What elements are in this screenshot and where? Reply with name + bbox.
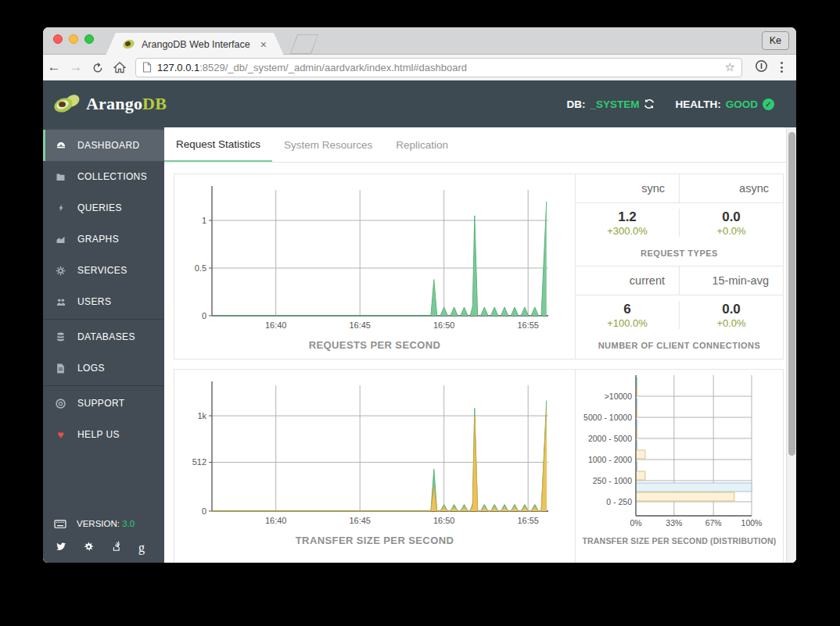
- arangodb-logo[interactable]: ArangoDB: [54, 93, 167, 115]
- area-chart-icon: [54, 235, 67, 244]
- db-selector[interactable]: DB: _SYSTEM: [566, 98, 655, 110]
- sidebar-item-label: DATABASES: [77, 331, 135, 342]
- gear-icon: [54, 266, 67, 276]
- svg-text:0: 0: [202, 506, 206, 516]
- client-connections-box: current 15-min-avg 6 +100.0% 0.0: [576, 266, 783, 359]
- sidebar-item-collections[interactable]: COLLECTIONS: [43, 161, 164, 192]
- sidebar-item-help-us[interactable]: ♥ HELP US: [43, 419, 164, 450]
- reload-button[interactable]: [87, 59, 109, 75]
- db-value[interactable]: _SYSTEM: [590, 98, 639, 110]
- tab-request-statistics[interactable]: Request Statistics: [164, 127, 272, 162]
- health-status: HEALTH: GOOD ✓: [675, 98, 774, 110]
- refresh-icon[interactable]: [644, 98, 655, 109]
- heart-icon: ♥: [54, 428, 67, 441]
- browser-tab[interactable]: ArangoDB Web Interface ×: [106, 33, 284, 55]
- google-icon[interactable]: g: [138, 541, 145, 555]
- back-button[interactable]: ←: [43, 59, 65, 75]
- url-text[interactable]: 127.0.0.1:8529/_db/_system/_admin/aardva…: [157, 62, 720, 73]
- browser-toolbar: ← → 127.0.0.1:8529/_db/_system/_admin/aa…: [43, 55, 796, 80]
- db-label: DB:: [566, 98, 585, 110]
- tab-title: ArangoDB Web Interface: [142, 39, 256, 50]
- bookmark-star-icon[interactable]: ☆: [725, 60, 735, 74]
- url-bar[interactable]: 127.0.0.1:8529/_db/_system/_admin/aardva…: [135, 58, 742, 77]
- sidebar-item-label: QUERIES: [77, 202, 122, 213]
- sidebar: DASHBOARD COLLECTIONS QUERIES GRAPHS: [43, 127, 164, 563]
- svg-text:100%: 100%: [741, 518, 763, 528]
- profile-badge[interactable]: Ke: [762, 31, 789, 50]
- stat-col-async: async: [679, 174, 783, 202]
- version-row: VERSION: 3.0: [54, 519, 164, 528]
- life-ring-icon: [54, 399, 67, 409]
- sidebar-item-label: SUPPORT: [77, 398, 125, 409]
- svg-text:16:50: 16:50: [433, 516, 455, 525]
- browser-titlebar: ArangoDB Web Interface × Ke: [43, 27, 796, 55]
- sidebar-item-label: USERS: [77, 296, 111, 307]
- sidebar-item-label: HELP US: [77, 429, 120, 440]
- sidebar-item-databases[interactable]: DATABASES: [43, 319, 164, 352]
- stack-overflow-icon[interactable]: [111, 541, 121, 555]
- sync-value: 1.2: [576, 209, 679, 225]
- current-connections-percent: +100.0%: [576, 317, 679, 329]
- file-icon: [54, 363, 67, 374]
- tab-replication[interactable]: Replication: [384, 127, 460, 162]
- stat-col-15min: 15-min-avg: [679, 266, 783, 295]
- stat-col-sync: sync: [576, 174, 679, 202]
- svg-text:16:55: 16:55: [517, 320, 539, 330]
- avocado-logo-icon: [54, 93, 81, 115]
- sidebar-item-services[interactable]: SERVICES: [43, 255, 164, 286]
- sidebar-item-queries[interactable]: QUERIES: [43, 192, 164, 224]
- avg-connections-percent: +0.0%: [680, 317, 783, 329]
- svg-text:512: 512: [192, 457, 206, 467]
- twitter-icon[interactable]: [56, 541, 66, 555]
- tab-close-icon[interactable]: ×: [260, 38, 267, 51]
- url-host: 127.0.0.1: [157, 62, 199, 73]
- svg-text:0 - 250: 0 - 250: [606, 497, 632, 506]
- users-icon: [54, 298, 67, 306]
- sidebar-item-dashboard[interactable]: DASHBOARD: [43, 130, 164, 161]
- svg-text:0%: 0%: [630, 518, 641, 528]
- svg-text:16:55: 16:55: [517, 516, 539, 525]
- browser-menu-button[interactable]: [773, 62, 790, 73]
- transfer-chart-zone: 16:4016:4516:5016:5505121k TRANSFER SIZE…: [174, 370, 575, 563]
- community-gear-icon[interactable]: [84, 541, 94, 555]
- close-window-button[interactable]: [53, 34, 63, 44]
- home-button[interactable]: [109, 59, 131, 75]
- requests-chart-title: REQUESTS PER SECOND: [174, 339, 575, 351]
- fullscreen-window-button[interactable]: [84, 34, 94, 44]
- async-value: 0.0: [680, 209, 783, 225]
- health-label: HEALTH:: [675, 98, 720, 110]
- svg-text:0.5: 0.5: [195, 263, 206, 273]
- transfer-panel: 16:4016:4516:5016:5505121k TRANSFER SIZE…: [174, 369, 784, 563]
- home-icon: [113, 62, 126, 73]
- minimize-window-button[interactable]: [69, 34, 78, 44]
- svg-text:16:45: 16:45: [349, 320, 371, 330]
- new-tab-button[interactable]: [290, 34, 318, 54]
- statistics-tab-bar: Request Statistics System Resources Repl…: [164, 127, 786, 163]
- version-label: VERSION:: [77, 519, 120, 528]
- forward-button[interactable]: →: [65, 59, 87, 75]
- svg-text:5000 - 10000: 5000 - 10000: [583, 413, 632, 422]
- svg-text:>10000: >10000: [605, 392, 632, 401]
- svg-text:250 - 1000: 250 - 1000: [593, 476, 632, 485]
- request-types-box: sync async 1.2 +300.0% 0.0 +0.0: [576, 174, 783, 266]
- sidebar-item-label: SERVICES: [77, 265, 127, 276]
- extension-icon[interactable]: [755, 59, 768, 76]
- async-percent: +0.0%: [680, 225, 783, 237]
- svg-text:2000 - 5000: 2000 - 5000: [588, 434, 632, 443]
- requests-chart-zone: 16:4016:4516:5016:5500.51 REQUESTS PER S…: [174, 174, 575, 359]
- version-value: 3.0: [122, 519, 135, 528]
- transfer-chart-title: TRANSFER SIZE PER SECOND: [174, 535, 575, 546]
- browser-window: ArangoDB Web Interface × Ke ← → 127.0.0.…: [43, 27, 796, 563]
- sidebar-item-logs[interactable]: LOGS: [43, 352, 164, 384]
- sidebar-item-users[interactable]: USERS: [43, 286, 164, 317]
- bolt-icon: [54, 203, 67, 213]
- scrollbar-thumb[interactable]: [788, 132, 795, 456]
- page-scrollbar[interactable]: [786, 127, 796, 563]
- sidebar-item-graphs[interactable]: GRAPHS: [43, 224, 164, 255]
- sidebar-item-support[interactable]: SUPPORT: [43, 385, 164, 419]
- check-circle-icon: ✓: [763, 98, 774, 110]
- distribution-caption: TRANSFER SIZE PER SECOND (DISTRIBUTION): [576, 536, 783, 546]
- current-connections-value: 6: [576, 301, 679, 317]
- tab-system-resources[interactable]: System Resources: [272, 127, 384, 162]
- sidebar-item-label: LOGS: [77, 363, 105, 374]
